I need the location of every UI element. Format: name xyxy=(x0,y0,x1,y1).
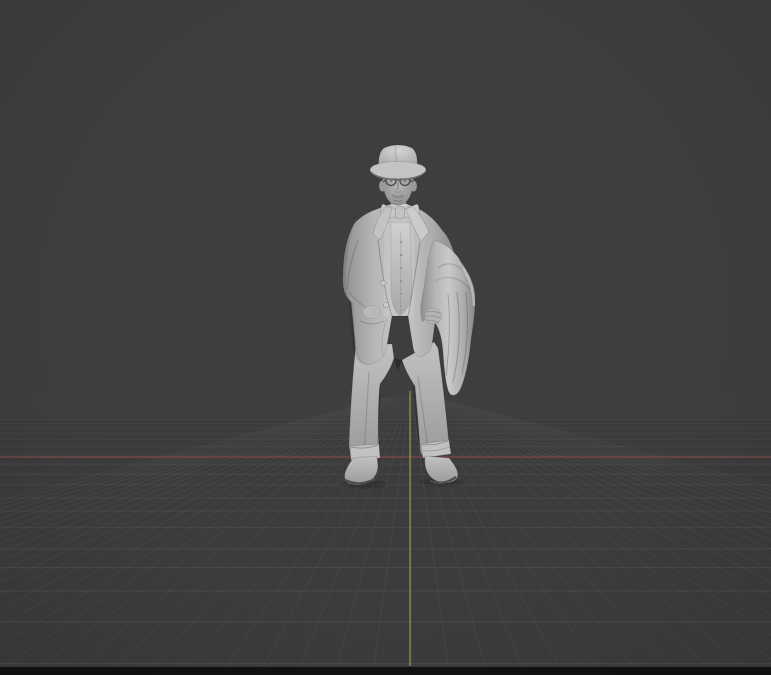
horizon-haze xyxy=(0,390,771,426)
letterbox-bar xyxy=(0,667,771,675)
viewport-3d[interactable]: Gray figurine of a man wearing a fedora,… xyxy=(0,0,771,675)
right-hand xyxy=(425,308,442,324)
ear-right xyxy=(410,180,417,191)
ear-left xyxy=(379,180,386,191)
